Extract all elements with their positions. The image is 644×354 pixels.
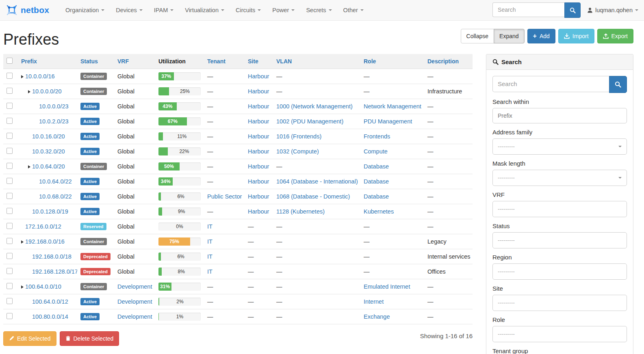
- row-checkbox[interactable]: [7, 223, 13, 229]
- netbox-brand[interactable]: netbox: [6, 4, 49, 16]
- vlan-link[interactable]: 1016 (Frontends): [276, 133, 321, 140]
- select-all-checkbox[interactable]: [7, 58, 13, 64]
- row-checkbox[interactable]: [7, 298, 13, 304]
- user-menu[interactable]: luqman.qohen: [587, 7, 638, 13]
- prefix-link[interactable]: 192.168.0.0/16: [25, 238, 65, 245]
- sort-link-tenant[interactable]: Tenant: [207, 58, 226, 65]
- sort-link-description[interactable]: Description: [427, 58, 459, 65]
- row-checkbox[interactable]: [7, 268, 13, 274]
- filter-select-role[interactable]: ---------: [492, 326, 627, 342]
- edit-selected-button[interactable]: Edit Selected: [3, 331, 56, 346]
- role-link[interactable]: PDU Management: [364, 118, 412, 125]
- nav-item-power[interactable]: Power: [267, 0, 300, 20]
- prefix-link[interactable]: 10.0.64.0/20: [32, 163, 65, 170]
- row-checkbox[interactable]: [7, 148, 13, 154]
- vlan-link[interactable]: 1002 (PDU Management): [276, 118, 343, 125]
- site-link[interactable]: Harbour: [248, 73, 269, 80]
- prefix-link[interactable]: 100.80.0.0/14: [32, 313, 68, 320]
- filter-input-search-within[interactable]: [492, 108, 627, 123]
- vlan-link[interactable]: 1064 (Database - International): [276, 178, 358, 185]
- expand-caret-icon[interactable]: [21, 75, 24, 78]
- row-checkbox[interactable]: [7, 283, 13, 289]
- prefix-link[interactable]: 10.0.68.0/22: [39, 193, 72, 200]
- site-link[interactable]: Harbour: [248, 103, 269, 110]
- vrf-link[interactable]: Development: [117, 283, 152, 290]
- expand-caret-icon[interactable]: [21, 240, 24, 244]
- row-checkbox[interactable]: [7, 208, 13, 214]
- sidebar-search-button[interactable]: [609, 76, 627, 93]
- filter-select-region[interactable]: ---------: [492, 263, 627, 280]
- role-link[interactable]: Frontends: [364, 133, 390, 140]
- prefix-link[interactable]: 192.168.128.0/17: [32, 268, 77, 275]
- prefix-link[interactable]: 10.0.0.0/20: [32, 88, 62, 95]
- delete-selected-button[interactable]: Delete Selected: [60, 331, 119, 346]
- collapse-button[interactable]: Collapse: [461, 29, 494, 43]
- role-link[interactable]: Emulated Internet: [364, 283, 410, 290]
- prefix-link[interactable]: 10.0.128.0/19: [32, 208, 68, 215]
- nav-item-secrets[interactable]: Secrets: [300, 0, 337, 20]
- role-link[interactable]: Database: [364, 193, 389, 200]
- site-link[interactable]: Harbour: [248, 208, 269, 215]
- prefix-link[interactable]: 172.16.0.0/12: [25, 223, 61, 230]
- import-button[interactable]: Import: [558, 29, 594, 43]
- sidebar-search-input[interactable]: [492, 76, 609, 92]
- expand-button[interactable]: Expand: [494, 29, 524, 43]
- tenant-link[interactable]: IT: [207, 223, 212, 230]
- expand-caret-icon[interactable]: [28, 165, 30, 168]
- row-checkbox[interactable]: [7, 313, 13, 319]
- navbar-search-input[interactable]: [492, 2, 564, 17]
- sort-link-vlan[interactable]: VLAN: [276, 58, 292, 65]
- site-link[interactable]: Harbour: [248, 118, 269, 125]
- nav-item-devices[interactable]: Devices: [110, 0, 148, 20]
- navbar-search-button[interactable]: [564, 2, 581, 18]
- site-link[interactable]: Harbour: [248, 178, 269, 185]
- site-link[interactable]: Harbour: [248, 148, 269, 155]
- vlan-link[interactable]: 1128 (Kubernetes): [276, 208, 325, 215]
- row-checkbox[interactable]: [7, 178, 13, 184]
- nav-item-organization[interactable]: Organization: [60, 0, 110, 20]
- prefix-link[interactable]: 10.0.64.0/22: [39, 178, 72, 185]
- row-checkbox[interactable]: [7, 163, 13, 169]
- nav-item-virtualization[interactable]: Virtualization: [179, 0, 230, 20]
- sort-link-prefix[interactable]: Prefix: [21, 58, 37, 65]
- expand-caret-icon[interactable]: [21, 285, 24, 289]
- role-link[interactable]: Database: [364, 178, 389, 185]
- vlan-link[interactable]: 1000 (Network Management): [276, 103, 353, 110]
- sort-link-role[interactable]: Role: [364, 58, 376, 65]
- site-link[interactable]: Harbour: [248, 193, 269, 200]
- vlan-link[interactable]: 1032 (Compute): [276, 148, 319, 155]
- role-link[interactable]: Network Management: [364, 103, 421, 110]
- row-checkbox[interactable]: [7, 193, 13, 199]
- filter-select-site[interactable]: ---------: [492, 295, 627, 311]
- site-link[interactable]: Harbour: [248, 133, 269, 140]
- row-checkbox[interactable]: [7, 88, 13, 94]
- tenant-link[interactable]: IT: [207, 238, 212, 245]
- row-checkbox[interactable]: [7, 73, 13, 79]
- filter-select-address-family[interactable]: ---------: [492, 138, 627, 155]
- tenant-link[interactable]: Public Sector: [207, 193, 242, 200]
- vrf-link[interactable]: Development: [117, 298, 152, 305]
- sort-link-site[interactable]: Site: [248, 58, 258, 65]
- role-link[interactable]: Compute: [364, 148, 388, 155]
- nav-item-ipam[interactable]: IPAM: [148, 0, 179, 20]
- tenant-link[interactable]: IT: [207, 253, 212, 260]
- role-link[interactable]: Internet: [364, 298, 384, 305]
- nav-item-other[interactable]: Other: [338, 0, 369, 20]
- prefix-link[interactable]: 192.168.0.0/18: [32, 253, 72, 260]
- row-checkbox[interactable]: [7, 133, 13, 139]
- vrf-link[interactable]: Development: [117, 313, 152, 320]
- expand-caret-icon[interactable]: [28, 90, 30, 93]
- export-button[interactable]: Export: [597, 29, 633, 43]
- prefix-link[interactable]: 10.0.0.0/23: [39, 103, 69, 110]
- row-checkbox[interactable]: [7, 253, 13, 259]
- role-link[interactable]: Exchange: [364, 313, 390, 320]
- prefix-link[interactable]: 100.64.0.0/12: [32, 298, 68, 305]
- role-link[interactable]: Kubernetes: [364, 208, 394, 215]
- prefix-link[interactable]: 100.64.0.0/10: [25, 283, 61, 290]
- row-checkbox[interactable]: [7, 238, 13, 244]
- vlan-link[interactable]: 1068 (Database - Domestic): [276, 193, 350, 200]
- site-link[interactable]: Harbour: [248, 88, 269, 95]
- role-link[interactable]: Database: [364, 163, 389, 170]
- prefix-link[interactable]: 10.0.16.0/20: [32, 133, 65, 140]
- add-button[interactable]: + Add: [527, 29, 555, 43]
